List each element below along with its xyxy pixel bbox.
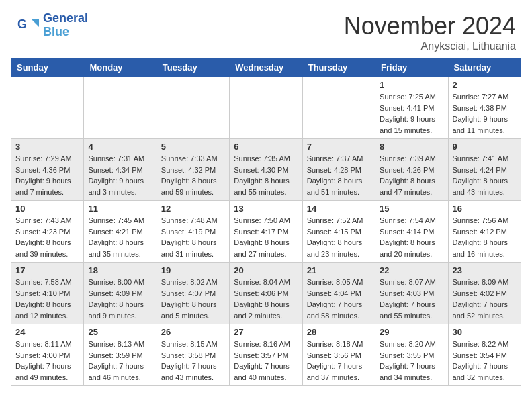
day-number: 22 [380,265,443,275]
day-number: 13 [234,203,298,214]
day-info: Sunrise: 8:09 AM Sunset: 4:02 PM Dayligh… [453,277,517,321]
table-row: 22Sunrise: 8:07 AM Sunset: 4:03 PM Dayli… [375,263,448,324]
month-title: November 2024 [344,12,516,40]
table-row: 5Sunrise: 7:33 AM Sunset: 4:32 PM Daylig… [157,139,229,201]
day-info: Sunrise: 7:43 AM Sunset: 4:23 PM Dayligh… [15,215,79,259]
calendar: SundayMondayTuesdayWednesdayThursdayFrid… [11,58,521,386]
day-number: 14 [307,203,371,214]
day-number: 4 [88,142,152,152]
day-number: 11 [88,203,152,214]
table-row: 18Sunrise: 8:00 AM Sunset: 4:09 PM Dayli… [84,263,157,324]
day-number: 24 [15,327,79,337]
logo-text-line1: General [43,12,88,26]
day-info: Sunrise: 8:18 AM Sunset: 3:56 PM Dayligh… [307,338,371,383]
col-header-wednesday: Wednesday [230,58,302,77]
day-info: Sunrise: 7:56 AM Sunset: 4:12 PM Dayligh… [453,215,517,259]
day-number: 21 [307,265,371,275]
day-info: Sunrise: 8:13 AM Sunset: 3:59 PM Dayligh… [88,338,152,383]
day-number: 6 [234,142,298,152]
day-info: Sunrise: 8:22 AM Sunset: 3:54 PM Dayligh… [453,338,517,383]
day-info: Sunrise: 7:54 AM Sunset: 4:14 PM Dayligh… [380,215,443,259]
logo-text-line2: Blue [43,26,88,39]
day-info: Sunrise: 7:33 AM Sunset: 4:32 PM Dayligh… [161,153,225,197]
table-row [230,77,302,139]
day-number: 8 [380,142,443,152]
table-row [302,77,375,139]
col-header-friday: Friday [375,58,448,77]
day-info: Sunrise: 7:31 AM Sunset: 4:34 PM Dayligh… [88,153,152,197]
table-row: 8Sunrise: 7:39 AM Sunset: 4:26 PM Daylig… [375,139,448,201]
day-number: 25 [88,327,152,337]
day-number: 28 [307,327,371,337]
table-row: 4Sunrise: 7:31 AM Sunset: 4:34 PM Daylig… [84,139,157,201]
day-number: 27 [234,327,298,337]
day-info: Sunrise: 7:58 AM Sunset: 4:10 PM Dayligh… [15,277,79,321]
col-header-thursday: Thursday [302,58,375,77]
day-number: 29 [380,327,443,337]
table-row [157,77,229,139]
table-row: 16Sunrise: 7:56 AM Sunset: 4:12 PM Dayli… [448,201,521,263]
day-number: 7 [307,142,371,152]
table-row [84,77,157,139]
col-header-monday: Monday [84,58,157,77]
day-number: 1 [380,80,443,90]
table-row: 9Sunrise: 7:41 AM Sunset: 4:24 PM Daylig… [448,139,521,201]
day-info: Sunrise: 7:41 AM Sunset: 4:24 PM Dayligh… [453,153,517,197]
location: Anyksciai, Lithuania [344,40,516,52]
day-number: 17 [15,265,79,275]
day-number: 2 [453,80,517,90]
day-info: Sunrise: 7:45 AM Sunset: 4:21 PM Dayligh… [88,215,152,259]
table-row: 25Sunrise: 8:13 AM Sunset: 3:59 PM Dayli… [84,324,157,386]
table-row: 17Sunrise: 7:58 AM Sunset: 4:10 PM Dayli… [11,263,84,324]
table-row: 2Sunrise: 7:27 AM Sunset: 4:38 PM Daylig… [448,77,521,139]
day-info: Sunrise: 8:07 AM Sunset: 4:03 PM Dayligh… [380,277,443,321]
table-row: 27Sunrise: 8:16 AM Sunset: 3:57 PM Dayli… [230,324,302,386]
day-info: Sunrise: 7:50 AM Sunset: 4:17 PM Dayligh… [234,215,298,259]
day-info: Sunrise: 8:15 AM Sunset: 3:58 PM Dayligh… [161,338,225,383]
day-number: 15 [380,203,443,214]
table-row [11,77,84,139]
table-row: 26Sunrise: 8:15 AM Sunset: 3:58 PM Dayli… [157,324,229,386]
table-row: 6Sunrise: 7:35 AM Sunset: 4:30 PM Daylig… [230,139,302,201]
table-row: 24Sunrise: 8:11 AM Sunset: 4:00 PM Dayli… [11,324,84,386]
day-number: 5 [161,142,225,152]
day-number: 16 [453,203,517,214]
table-row: 3Sunrise: 7:29 AM Sunset: 4:36 PM Daylig… [11,139,84,201]
day-number: 30 [453,327,517,337]
day-number: 23 [453,265,517,275]
day-info: Sunrise: 7:35 AM Sunset: 4:30 PM Dayligh… [234,153,298,197]
day-number: 19 [161,265,225,275]
day-number: 18 [88,265,152,275]
table-row: 13Sunrise: 7:50 AM Sunset: 4:17 PM Dayli… [230,201,302,263]
table-row: 21Sunrise: 8:05 AM Sunset: 4:04 PM Dayli… [302,263,375,324]
day-number: 20 [234,265,298,275]
day-info: Sunrise: 7:27 AM Sunset: 4:38 PM Dayligh… [453,91,517,136]
day-number: 3 [15,142,79,152]
table-row: 15Sunrise: 7:54 AM Sunset: 4:14 PM Dayli… [375,201,448,263]
logo-icon: G [16,13,40,38]
day-info: Sunrise: 8:16 AM Sunset: 3:57 PM Dayligh… [234,338,298,383]
svg-marker-1 [31,19,39,27]
day-number: 10 [15,203,79,214]
table-row: 29Sunrise: 8:20 AM Sunset: 3:55 PM Dayli… [375,324,448,386]
day-info: Sunrise: 8:11 AM Sunset: 4:00 PM Dayligh… [15,338,79,383]
table-row: 1Sunrise: 7:25 AM Sunset: 4:41 PM Daylig… [375,77,448,139]
day-info: Sunrise: 8:00 AM Sunset: 4:09 PM Dayligh… [88,277,152,321]
table-row: 30Sunrise: 8:22 AM Sunset: 3:54 PM Dayli… [448,324,521,386]
day-number: 26 [161,327,225,337]
day-info: Sunrise: 7:25 AM Sunset: 4:41 PM Dayligh… [380,91,443,136]
table-row: 10Sunrise: 7:43 AM Sunset: 4:23 PM Dayli… [11,201,84,263]
day-info: Sunrise: 7:37 AM Sunset: 4:28 PM Dayligh… [307,153,371,197]
table-row: 7Sunrise: 7:37 AM Sunset: 4:28 PM Daylig… [302,139,375,201]
day-info: Sunrise: 8:05 AM Sunset: 4:04 PM Dayligh… [307,277,371,321]
day-info: Sunrise: 8:02 AM Sunset: 4:07 PM Dayligh… [161,277,225,321]
day-number: 9 [453,142,517,152]
day-info: Sunrise: 8:04 AM Sunset: 4:06 PM Dayligh… [234,277,298,321]
logo: G General Blue [16,12,88,39]
day-info: Sunrise: 7:52 AM Sunset: 4:15 PM Dayligh… [307,215,371,259]
col-header-sunday: Sunday [11,58,84,77]
day-number: 12 [161,203,225,214]
day-info: Sunrise: 7:39 AM Sunset: 4:26 PM Dayligh… [380,153,443,197]
table-row: 11Sunrise: 7:45 AM Sunset: 4:21 PM Dayli… [84,201,157,263]
table-row: 12Sunrise: 7:48 AM Sunset: 4:19 PM Dayli… [157,201,229,263]
